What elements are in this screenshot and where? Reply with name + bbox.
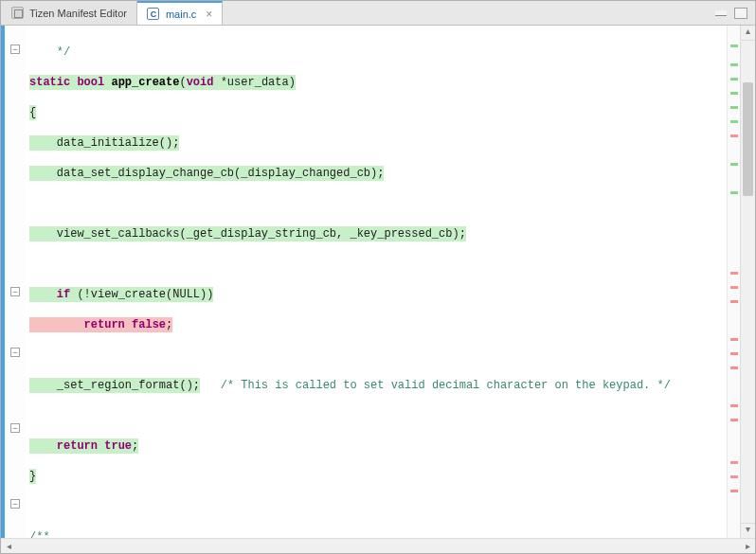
horizontal-scrollbar[interactable]: ◂ ▸ bbox=[1, 538, 755, 553]
code-text: return false; bbox=[29, 317, 727, 332]
code-editor: − − − − − */ static bool app_create(void… bbox=[1, 26, 755, 538]
scroll-right-icon[interactable]: ▸ bbox=[740, 541, 755, 551]
c-file-icon: C bbox=[147, 8, 160, 21]
tab-label: Tizen Manifest Editor bbox=[29, 8, 127, 19]
pane-controls bbox=[715, 1, 755, 25]
tab-label: main.c bbox=[166, 9, 196, 20]
code-content[interactable]: */ static bool app_create(void *user_dat… bbox=[26, 26, 727, 538]
fold-toggle[interactable]: − bbox=[10, 499, 20, 509]
code-text: static bool app_create(void *user_data) bbox=[29, 75, 727, 90]
scroll-up-icon[interactable]: ▴ bbox=[741, 26, 755, 41]
tab-manifest-editor[interactable]: Tizen Manifest Editor bbox=[1, 1, 137, 25]
fold-toggle[interactable]: − bbox=[10, 348, 20, 357]
manifest-icon bbox=[10, 7, 24, 20]
close-icon[interactable]: × bbox=[206, 8, 212, 21]
maximize-pane-button[interactable] bbox=[734, 8, 747, 19]
minimize-pane-button[interactable] bbox=[715, 10, 727, 16]
code-text: { bbox=[29, 105, 36, 120]
code-text bbox=[29, 499, 727, 514]
tab-main-c[interactable]: C main.c × bbox=[137, 1, 223, 25]
code-text bbox=[29, 348, 727, 363]
code-text: _set_region_format(); /* This is called … bbox=[29, 378, 727, 393]
vertical-scrollbar[interactable]: ▴ ▾ bbox=[740, 26, 755, 538]
code-text bbox=[29, 408, 727, 423]
overview-ruler[interactable] bbox=[727, 26, 740, 538]
code-text: if (!view_create(NULL)) bbox=[29, 287, 727, 302]
code-text: data_set_display_change_cb(_display_chan… bbox=[29, 166, 384, 181]
scroll-down-icon[interactable]: ▾ bbox=[741, 523, 755, 538]
fold-toggle[interactable]: − bbox=[10, 287, 20, 296]
fold-toggle[interactable]: − bbox=[10, 423, 20, 433]
scroll-thumb[interactable] bbox=[743, 82, 753, 196]
code-text: view_set_callbacks(_get_display_string_c… bbox=[29, 226, 466, 241]
code-text: return true; bbox=[29, 438, 727, 454]
code-text: */ bbox=[29, 45, 70, 60]
code-text: data_initialize(); bbox=[29, 135, 179, 151]
fold-toggle[interactable]: − bbox=[10, 45, 20, 54]
code-text bbox=[29, 196, 727, 211]
code-text bbox=[29, 257, 727, 272]
code-text: /** bbox=[29, 529, 50, 538]
editor-tab-bar: Tizen Manifest Editor C main.c × bbox=[1, 1, 755, 26]
fold-gutter[interactable]: − − − − − bbox=[5, 26, 26, 538]
code-text: } bbox=[29, 469, 36, 484]
scroll-left-icon[interactable]: ◂ bbox=[1, 541, 16, 551]
